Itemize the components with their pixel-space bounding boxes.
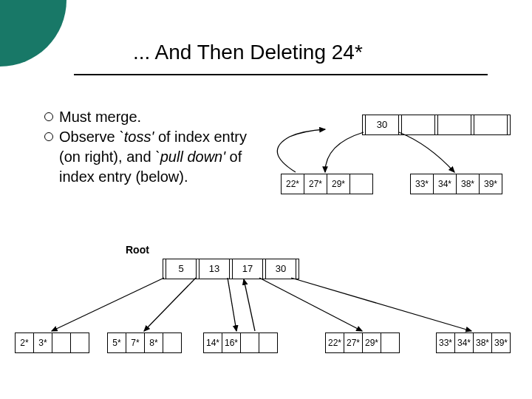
svg-line-4: [291, 278, 471, 331]
svg-line-2: [228, 278, 236, 331]
bullet-item: Observe `toss' of index entry (on right)…: [44, 127, 266, 187]
bullet-item: Must merge.: [44, 107, 266, 127]
title-underline: [74, 74, 488, 75]
bullet-icon: [44, 132, 53, 141]
svg-line-1: [144, 278, 196, 331]
top-figure: 30 22* 27* 29* 33* 34* 38* 39*: [281, 115, 517, 211]
bullet-text: Observe `toss' of index entry (on right)…: [59, 127, 266, 187]
slide-corner-decoration: [0, 0, 66, 66]
top-arrows: [281, 115, 517, 211]
bottom-figure: Root 5 13 17 30 2* 3* 5* 7* 8* 14* 16* 2…: [15, 244, 517, 384]
bottom-arrows: [15, 244, 517, 384]
bullet-icon: [44, 112, 53, 121]
svg-line-3: [259, 278, 362, 331]
svg-line-0: [52, 278, 164, 331]
slide-title: ... And Then Deleting 24*: [133, 41, 363, 64]
svg-line-5: [244, 279, 255, 331]
bullet-list: Must merge. Observe `toss' of index entr…: [44, 107, 266, 187]
bullet-text: Must merge.: [59, 107, 141, 127]
